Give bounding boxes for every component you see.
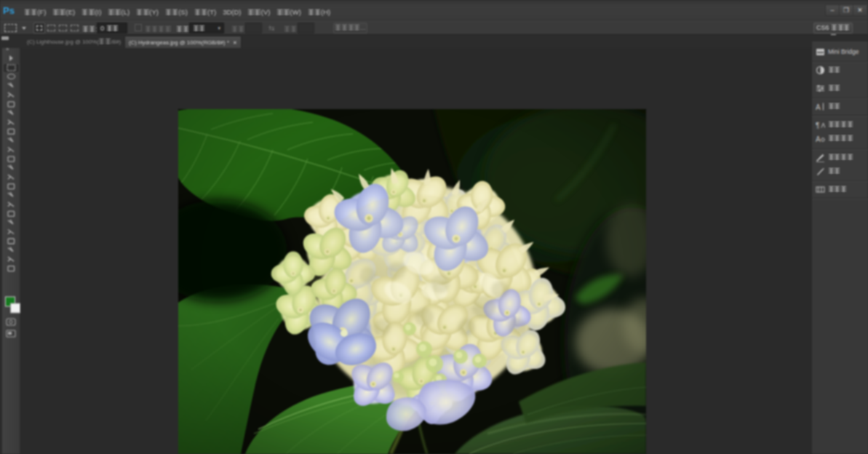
svg-text:A: A (816, 103, 821, 111)
svg-text:¶: ¶ (816, 122, 819, 130)
svg-text:»: » (6, 48, 9, 52)
svg-text:A: A (816, 135, 821, 143)
